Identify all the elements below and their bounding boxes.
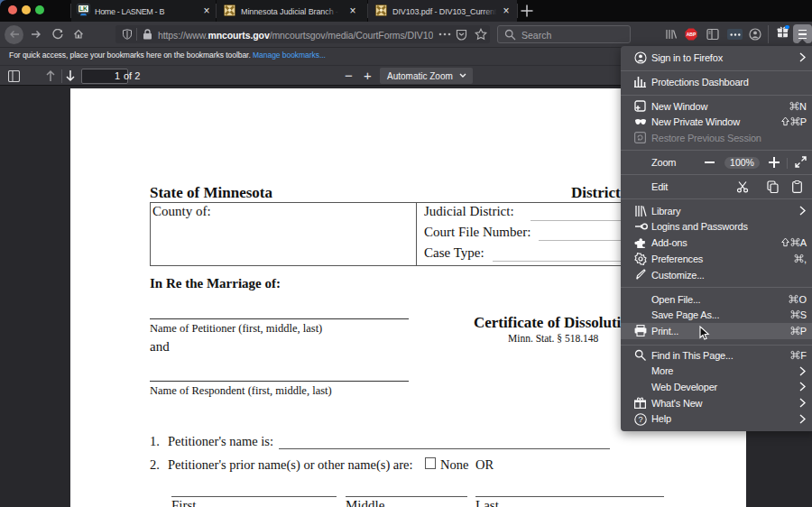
svg-text:ABP: ABP: [687, 32, 697, 37]
svg-text:?: ?: [638, 415, 642, 424]
svg-text:LK: LK: [79, 5, 88, 12]
